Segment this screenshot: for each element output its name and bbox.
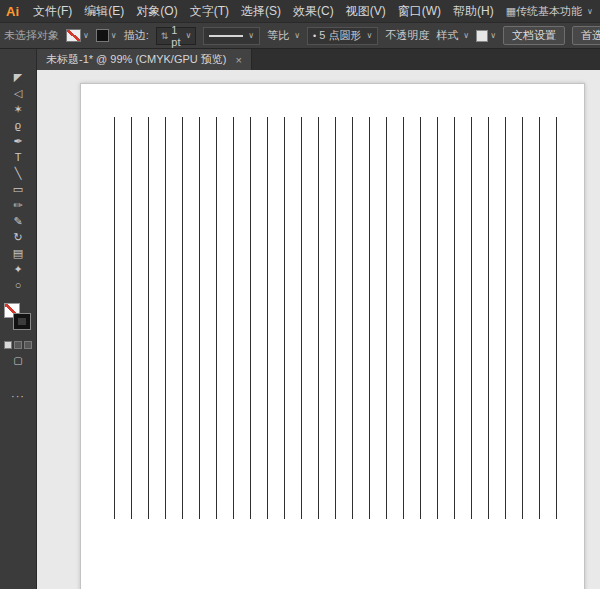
canvas-line[interactable] [335, 117, 336, 519]
magic-wand-tool-icon: ✶ [13, 104, 22, 115]
document-tab-title: 未标题-1* @ 99% (CMYK/GPU 预览) [46, 52, 226, 67]
canvas-line[interactable] [250, 117, 251, 519]
canvas-line[interactable] [233, 117, 234, 519]
selection-tool[interactable]: ◤ [3, 69, 33, 85]
gradient-tool-icon: ▤ [13, 248, 23, 259]
type-tool[interactable]: T [3, 149, 33, 165]
canvas-line[interactable] [505, 117, 506, 519]
preferences-button[interactable]: 首选项 [572, 26, 600, 45]
paintbrush-tool[interactable]: ✏ [3, 197, 33, 213]
fill-color-control[interactable]: ∨ [66, 29, 89, 42]
canvas-line[interactable] [114, 117, 115, 519]
canvas-line[interactable] [420, 117, 421, 519]
chevron-down-icon: ∨ [248, 31, 254, 40]
canvas-line[interactable] [369, 117, 370, 519]
color-mode-buttons [4, 341, 32, 349]
menubar-right-group: 传统基本功能 ∨ [516, 4, 600, 19]
edit-toolbar-ellipsis[interactable]: ··· [11, 390, 25, 402]
canvas-line[interactable] [437, 117, 438, 519]
chevron-down-icon: ∨ [186, 31, 192, 40]
document-tab[interactable]: 未标题-1* @ 99% (CMYK/GPU 预览) × [37, 49, 252, 70]
canvas[interactable] [37, 70, 600, 589]
menu-view[interactable]: 视图(V) [340, 3, 392, 20]
eyedropper-tool[interactable]: ✦ [3, 261, 33, 277]
canvas-line[interactable] [522, 117, 523, 519]
chevron-down-icon: ∨ [111, 31, 117, 40]
gradient-button[interactable] [14, 341, 22, 349]
canvas-line[interactable] [131, 117, 132, 519]
zoom-tool-icon: ○ [15, 280, 22, 291]
gradient-tool[interactable]: ▤ [3, 245, 33, 261]
magic-wand-tool[interactable]: ✶ [3, 101, 33, 117]
canvas-line[interactable] [556, 117, 557, 519]
stroke-weight-value: 1 pt [171, 24, 180, 48]
canvas-line[interactable] [216, 117, 217, 519]
lasso-tool-icon: ϱ [15, 120, 21, 131]
canvas-line[interactable] [352, 117, 353, 519]
line-segment-tool[interactable]: ╲ [3, 165, 33, 181]
fill-stroke-control[interactable] [3, 303, 33, 333]
menu-select[interactable]: 选择(S) [235, 3, 287, 20]
stroke-swatch[interactable] [14, 314, 30, 329]
canvas-line[interactable] [403, 117, 404, 519]
arrange-documents-icon[interactable]: ▦ [506, 5, 516, 18]
color-button[interactable] [4, 341, 12, 349]
menu-object[interactable]: 对象(O) [130, 3, 183, 20]
canvas-line[interactable] [182, 117, 183, 519]
stroke-color-control[interactable]: ∨ [96, 29, 117, 42]
direct-selection-tool-icon: ◁ [14, 88, 22, 99]
canvas-line[interactable] [454, 117, 455, 519]
canvas-line[interactable] [148, 117, 149, 519]
menu-edit[interactable]: 编辑(E) [78, 3, 130, 20]
graphic-style-swatch[interactable]: ∨ [476, 30, 496, 42]
none-button[interactable] [24, 341, 32, 349]
illustrator-window: Ai 文件(F) 编辑(E) 对象(O) 文字(T) 选择(S) 效果(C) 视… [0, 0, 600, 589]
stroke-color-swatch [96, 29, 109, 42]
lasso-tool[interactable]: ϱ [3, 117, 33, 133]
main-area: ◤ ◁ ✶ ϱ ✒ T ╲ ▭ ✏ ✎ ↻ ▤ ✦ ○ ▢ ··· [0, 49, 600, 589]
canvas-line[interactable] [386, 117, 387, 519]
chevron-down-icon: ∨ [587, 7, 593, 16]
artboard[interactable] [80, 83, 585, 589]
brush-definition-dropdown[interactable]: • 5 点圆形 ∨ [307, 27, 378, 45]
menu-file[interactable]: 文件(F) [27, 3, 78, 20]
menu-window[interactable]: 窗口(W) [392, 3, 447, 20]
width-profile-dropdown[interactable]: ∨ [203, 27, 260, 45]
workspace-switcher[interactable]: 传统基本功能 ∨ [516, 4, 593, 19]
canvas-line[interactable] [199, 117, 200, 519]
pencil-tool-icon: ✎ [13, 216, 22, 227]
menu-type[interactable]: 文字(T) [184, 3, 235, 20]
menu-help[interactable]: 帮助(H) [447, 3, 500, 20]
paintbrush-tool-icon: ✏ [13, 200, 22, 211]
canvas-line[interactable] [301, 117, 302, 519]
uniform-dropdown[interactable]: 等比 ∨ [267, 28, 300, 43]
stepper-arrows-icon[interactable]: ⇅ [161, 31, 169, 41]
tools-panel: ◤ ◁ ✶ ϱ ✒ T ╲ ▭ ✏ ✎ ↻ ▤ ✦ ○ ▢ ··· [0, 49, 37, 589]
opacity-label[interactable]: 不透明度 [385, 28, 429, 43]
canvas-line[interactable] [267, 117, 268, 519]
rectangle-tool-icon: ▭ [13, 184, 23, 195]
chevron-down-icon: ∨ [294, 31, 300, 40]
pencil-tool[interactable]: ✎ [3, 213, 33, 229]
document-area: 未标题-1* @ 99% (CMYK/GPU 预览) × [37, 49, 600, 589]
screen-mode-button[interactable]: ▢ [13, 356, 22, 366]
rectangle-tool[interactable]: ▭ [3, 181, 33, 197]
direct-selection-tool[interactable]: ◁ [3, 85, 33, 101]
document-setup-button[interactable]: 文档设置 [503, 26, 565, 45]
tab-close-icon[interactable]: × [235, 54, 241, 66]
zoom-tool[interactable]: ○ [3, 277, 33, 293]
canvas-line[interactable] [318, 117, 319, 519]
canvas-line[interactable] [471, 117, 472, 519]
style-dropdown[interactable]: 样式 ∨ [436, 28, 469, 43]
menu-effect[interactable]: 效果(C) [287, 3, 340, 20]
stroke-weight-stepper[interactable]: ⇅ 1 pt ∨ [156, 27, 197, 45]
canvas-line[interactable] [284, 117, 285, 519]
app-logo[interactable]: Ai [6, 4, 19, 19]
rotate-tool[interactable]: ↻ [3, 229, 33, 245]
eyedropper-tool-icon: ✦ [13, 264, 22, 275]
canvas-line[interactable] [539, 117, 540, 519]
canvas-line[interactable] [165, 117, 166, 519]
pen-tool[interactable]: ✒ [3, 133, 33, 149]
line-segment-tool-icon: ╲ [15, 168, 22, 179]
canvas-line[interactable] [488, 117, 489, 519]
